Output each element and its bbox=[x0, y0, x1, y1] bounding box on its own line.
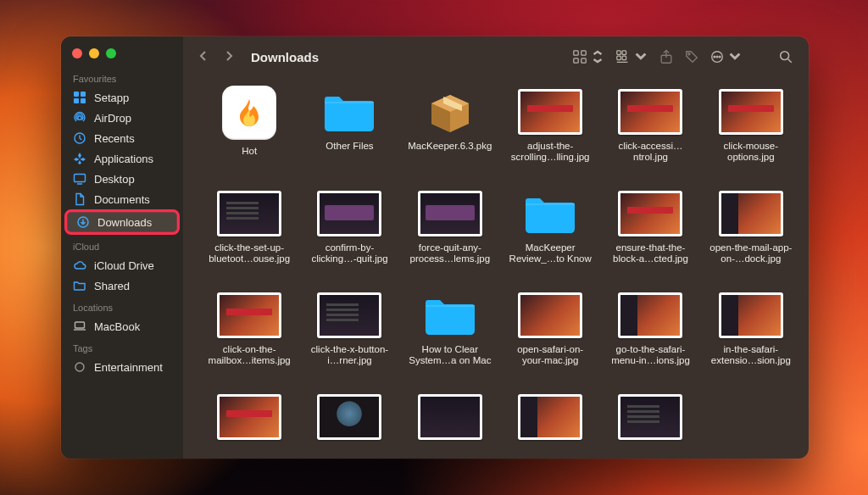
sidebar-item-tag-entertainment[interactable]: Entertainment bbox=[61, 357, 183, 377]
file-item[interactable]: click-the-x-button-i…rner.jpg bbox=[302, 292, 397, 391]
view-icons-button[interactable] bbox=[572, 49, 605, 64]
file-label: click-accessi…ntrol.jpg bbox=[604, 140, 696, 164]
sidebar-item-label: Recents bbox=[94, 132, 135, 145]
img-thumbnail bbox=[217, 394, 281, 440]
sidebar-section-icloud: iCloud bbox=[61, 235, 183, 255]
folder-icon bbox=[73, 279, 86, 292]
pkg-thumbnail bbox=[418, 89, 482, 135]
window-controls bbox=[61, 47, 183, 67]
svg-rect-16 bbox=[617, 56, 621, 60]
file-label: click-the-set-up-bluetoot…ouse.jpg bbox=[203, 242, 295, 265]
svg-rect-13 bbox=[581, 58, 586, 63]
sidebar-item-airdrop[interactable]: AirDrop bbox=[61, 108, 183, 128]
file-label: click-the-x-button-i…rner.jpg bbox=[303, 343, 395, 367]
sidebar-item-icloud-drive[interactable]: iCloud Drive bbox=[61, 255, 183, 275]
sidebar-item-setapp[interactable]: Setapp bbox=[61, 87, 183, 108]
sidebar-item-recents[interactable]: Recents bbox=[61, 128, 183, 148]
img-thumbnail bbox=[719, 191, 783, 236]
file-item[interactable]: ensure-that-the-block-a…cted.jpg bbox=[603, 191, 698, 289]
sidebar-item-shared[interactable]: Shared bbox=[61, 275, 183, 296]
zoom-window-button[interactable] bbox=[106, 48, 116, 58]
tag-circle-icon bbox=[73, 360, 86, 374]
file-label: MacKeeper.6.3.pkg bbox=[406, 140, 493, 153]
sidebar-item-label: Shared bbox=[94, 280, 130, 292]
svg-rect-12 bbox=[574, 58, 578, 63]
file-item[interactable]: click-on-the-mailbox…items.jpg bbox=[202, 292, 297, 391]
svg-rect-11 bbox=[581, 51, 586, 55]
file-item[interactable]: open-the-mail-app-on-…dock.jpg bbox=[704, 191, 798, 289]
img-thumbnail bbox=[518, 394, 582, 440]
img-thumbnail bbox=[719, 292, 783, 338]
img-thumbnail bbox=[418, 394, 482, 440]
file-item[interactable]: How to Clear System…a on Mac bbox=[403, 292, 498, 391]
sidebar-item-downloads[interactable]: Downloads bbox=[64, 209, 180, 235]
file-item[interactable]: force-quit-any-process…lems.jpg bbox=[403, 191, 498, 289]
img-thumbnail bbox=[719, 89, 783, 135]
file-item[interactable]: click-accessi…ntrol.jpg bbox=[603, 89, 698, 187]
file-item[interactable] bbox=[202, 394, 297, 453]
file-item[interactable]: adjust-the-scrolling…lling.jpg bbox=[503, 89, 598, 187]
svg-rect-17 bbox=[622, 56, 626, 60]
airdrop-icon bbox=[73, 111, 86, 125]
sidebar-section-tags: Tags bbox=[61, 336, 183, 357]
sidebar-item-documents[interactable]: Documents bbox=[61, 189, 183, 209]
desktop-icon bbox=[73, 172, 86, 186]
svg-point-22 bbox=[716, 56, 718, 58]
svg-rect-1 bbox=[81, 92, 86, 97]
file-label: MacKeeper Review_…to Know bbox=[504, 242, 596, 265]
file-label: confirm-by-clicking…-quit.jpg bbox=[303, 242, 395, 265]
file-item[interactable]: click-the-set-up-bluetoot…ouse.jpg bbox=[202, 191, 297, 289]
file-item[interactable]: Hot bbox=[202, 89, 297, 187]
img-thumbnail bbox=[518, 89, 582, 135]
sidebar: Favourites Setapp AirDrop Recents Applic… bbox=[61, 36, 183, 459]
group-button[interactable] bbox=[615, 49, 648, 64]
file-item[interactable] bbox=[403, 394, 498, 453]
file-item[interactable]: go-to-the-safari-menu-in…ions.jpg bbox=[603, 292, 698, 391]
svg-point-19 bbox=[688, 53, 690, 55]
svg-point-9 bbox=[75, 363, 84, 371]
sidebar-item-macbook[interactable]: MacBook bbox=[61, 316, 183, 336]
img-thumbnail bbox=[518, 292, 582, 338]
img-thumbnail bbox=[418, 191, 482, 236]
forward-button[interactable] bbox=[224, 49, 234, 64]
file-item[interactable] bbox=[503, 394, 598, 453]
laptop-icon bbox=[73, 320, 86, 333]
sidebar-item-label: Setapp bbox=[94, 92, 129, 104]
share-button[interactable] bbox=[659, 49, 674, 64]
search-button[interactable] bbox=[778, 49, 793, 64]
sidebar-item-label: Applications bbox=[94, 153, 153, 165]
action-menu-button[interactable] bbox=[709, 49, 743, 64]
file-item[interactable]: click-mouse-options.jpg bbox=[704, 89, 798, 187]
img-thumbnail bbox=[317, 394, 381, 440]
folder-thumbnail bbox=[418, 292, 482, 338]
folder-thumbnail bbox=[317, 89, 381, 135]
close-window-button[interactable] bbox=[72, 48, 82, 58]
file-label: in-the-safari-extensio…sion.jpg bbox=[705, 343, 797, 367]
file-label: go-to-the-safari-menu-in…ions.jpg bbox=[604, 343, 696, 367]
file-item[interactable]: in-the-safari-extensio…sion.jpg bbox=[704, 292, 798, 391]
back-button[interactable] bbox=[198, 49, 209, 64]
cloud-icon bbox=[73, 259, 86, 272]
sidebar-item-applications[interactable]: Applications bbox=[61, 148, 183, 169]
file-grid[interactable]: HotOther FilesMacKeeper.6.3.pkgadjust-th… bbox=[183, 77, 809, 459]
svg-rect-14 bbox=[617, 51, 621, 55]
app-thumbnail bbox=[222, 86, 276, 140]
sidebar-item-desktop[interactable]: Desktop bbox=[61, 169, 183, 189]
file-item[interactable]: MacKeeper Review_…to Know bbox=[503, 191, 598, 289]
toolbar: Downloads bbox=[183, 36, 809, 77]
file-label: How to Clear System…a on Mac bbox=[404, 343, 496, 367]
file-item[interactable]: MacKeeper.6.3.pkg bbox=[403, 89, 498, 187]
file-item[interactable]: open-safari-on-your-mac.jpg bbox=[503, 292, 598, 391]
img-thumbnail bbox=[618, 292, 682, 338]
svg-point-24 bbox=[781, 52, 789, 60]
window-title: Downloads bbox=[251, 50, 319, 64]
svg-point-21 bbox=[714, 56, 715, 58]
file-item[interactable] bbox=[603, 394, 698, 453]
nav-buttons bbox=[198, 49, 234, 64]
minimize-window-button[interactable] bbox=[89, 48, 99, 58]
file-item[interactable]: Other Files bbox=[302, 89, 397, 187]
file-item[interactable]: confirm-by-clicking…-quit.jpg bbox=[302, 191, 397, 289]
tag-button[interactable] bbox=[684, 49, 699, 64]
file-item[interactable] bbox=[302, 394, 397, 453]
document-icon bbox=[73, 192, 86, 206]
